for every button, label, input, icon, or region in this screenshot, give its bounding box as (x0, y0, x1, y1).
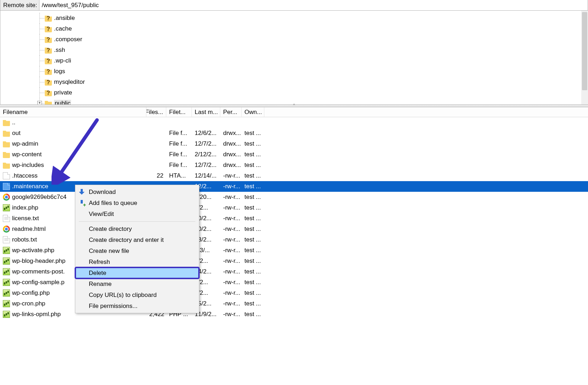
file-type: File f... (166, 151, 192, 158)
file-icon (3, 183, 10, 190)
file-owner: test ... (242, 130, 264, 137)
folder-unknown-icon (45, 47, 52, 54)
chrome-icon (3, 226, 10, 233)
file-owner: test ... (242, 289, 264, 297)
file-type: File f... (166, 162, 192, 169)
tree-item-label: .cache (54, 25, 72, 32)
column-filesize[interactable]: Files... (146, 107, 166, 117)
column-filetype[interactable]: Filet... (166, 107, 192, 117)
file-name: .htaccess (12, 172, 38, 179)
file-owner: test ... (242, 279, 264, 286)
file-perm: -rw-r... (220, 215, 242, 222)
column-owner[interactable]: Own... (242, 107, 264, 117)
file-name: wp-cron.php (12, 300, 45, 307)
ctx-file-perm[interactable]: File permissions... (75, 300, 199, 311)
file-owner: test ... (242, 194, 264, 201)
chrome-icon (3, 194, 10, 201)
remote-path-input[interactable] (39, 0, 588, 10)
file-row[interactable]: outFile f...12/6/2...drwx...test ... (0, 128, 588, 139)
remote-site-bar: Remote site: (0, 0, 588, 11)
folder-unknown-icon (45, 78, 52, 86)
php-file-icon (3, 300, 10, 307)
file-owner: test ... (242, 268, 264, 275)
text-file-icon (3, 236, 10, 243)
file-perm: -rw-r... (220, 226, 242, 233)
file-name: google9269eb6c7c4 (12, 194, 66, 201)
ctx-refresh[interactable]: Refresh (75, 256, 199, 267)
file-row[interactable]: wp-includesFile f...12/7/2...drwx...test… (0, 160, 588, 170)
column-permissions[interactable]: Per... (220, 107, 242, 117)
file-perm: drwx... (220, 162, 242, 169)
file-owner: test ... (242, 300, 264, 307)
ctx-view-edit[interactable]: View/Edit (75, 208, 199, 219)
tree-item[interactable]: logs (0, 66, 588, 77)
tree-item-label: .wp-cli (54, 57, 71, 64)
tree-item[interactable]: .ssh (0, 45, 588, 55)
file-date: 12/6/2... (192, 130, 220, 137)
tree-item[interactable]: .composer (0, 34, 588, 45)
ctx-delete[interactable]: Delete (75, 267, 199, 278)
php-file-icon (3, 311, 10, 318)
tree-item-label: public (54, 100, 71, 104)
ctx-download[interactable]: Download (75, 186, 199, 197)
file-date: 12/7/2... (192, 162, 220, 169)
file-type: File f... (166, 130, 192, 137)
folder-icon (3, 140, 10, 147)
ctx-separator (79, 221, 195, 222)
ctx-file-perm-label: File permissions... (89, 303, 137, 310)
folder-icon (3, 151, 10, 158)
file-type: HTA... (166, 172, 192, 179)
file-owner: test ... (242, 257, 264, 265)
ctx-create-dir[interactable]: Create directory (75, 223, 199, 234)
tree-item[interactable]: .ansible (0, 13, 588, 23)
file-row[interactable]: .htaccess22HTA...12/14/...-rw-r...test .… (0, 170, 588, 181)
tree-item[interactable]: mysqleditor (0, 77, 588, 87)
folder-icon (45, 100, 52, 104)
tree-item[interactable]: .wp-cli (0, 55, 588, 66)
column-filename[interactable]: Filename (0, 107, 146, 117)
tree-expander-icon[interactable]: + (37, 101, 42, 104)
file-row[interactable]: wp-contentFile f...2/12/2...drwx...test … (0, 149, 588, 160)
file-name: wp-comments-post. (12, 268, 65, 275)
file-perm: drwx... (220, 151, 242, 158)
file-size: 22 (146, 172, 166, 179)
tree-item[interactable]: .cache (0, 23, 588, 34)
ctx-copy-url[interactable]: Copy URL(s) to clipboard (75, 289, 199, 300)
tree-item-label: logs (54, 68, 65, 75)
file-name: wp-admin (12, 140, 38, 147)
file-list-header[interactable]: Filename Files... Filet... Last m... Per… (0, 107, 588, 117)
column-lastmod[interactable]: Last m... (192, 107, 220, 117)
file-name: wp-content (12, 151, 42, 158)
remote-tree-pane[interactable]: .ansible.cache.composer.ssh.wp-clilogsmy… (0, 11, 588, 104)
tree-item-label: private (54, 89, 72, 96)
tree-item-label: .composer (54, 36, 82, 43)
file-name: license.txt (12, 215, 39, 222)
ctx-view-edit-label: View/Edit (89, 211, 114, 218)
tree-item[interactable]: private (0, 87, 588, 98)
tree-item-label: .ansible (54, 15, 75, 22)
ctx-rename-label: Rename (89, 281, 112, 288)
file-perm: -rw-r... (220, 183, 242, 190)
php-file-icon (3, 289, 10, 297)
file-name: wp-config-sample.p (12, 279, 64, 286)
ctx-create-file[interactable]: Create new file (75, 245, 199, 256)
ctx-add-queue[interactable]: Add files to queue (75, 197, 199, 208)
ctx-create-dir-enter-label: Create directory and enter it (89, 237, 164, 244)
ctx-create-dir-enter[interactable]: Create directory and enter it (75, 234, 199, 245)
file-row[interactable]: wp-adminFile f...12/7/2...drwx...test ..… (0, 139, 588, 149)
add-queue-icon (78, 200, 85, 207)
download-icon (78, 189, 85, 196)
file-name: readme.html (12, 226, 45, 233)
php-file-icon (3, 257, 10, 265)
remote-site-label: Remote site: (0, 0, 39, 10)
file-owner: test ... (242, 172, 264, 179)
php-file-icon (3, 247, 10, 254)
text-file-icon (3, 215, 10, 222)
file-row[interactable]: .. (0, 117, 588, 128)
pane-splitter[interactable] (0, 104, 588, 107)
ctx-create-dir-label: Create directory (89, 226, 132, 233)
ctx-rename[interactable]: Rename (75, 278, 199, 289)
file-perm: -rw-r... (220, 204, 242, 211)
file-name: index.php (12, 204, 38, 211)
file-owner: test ... (242, 183, 264, 190)
